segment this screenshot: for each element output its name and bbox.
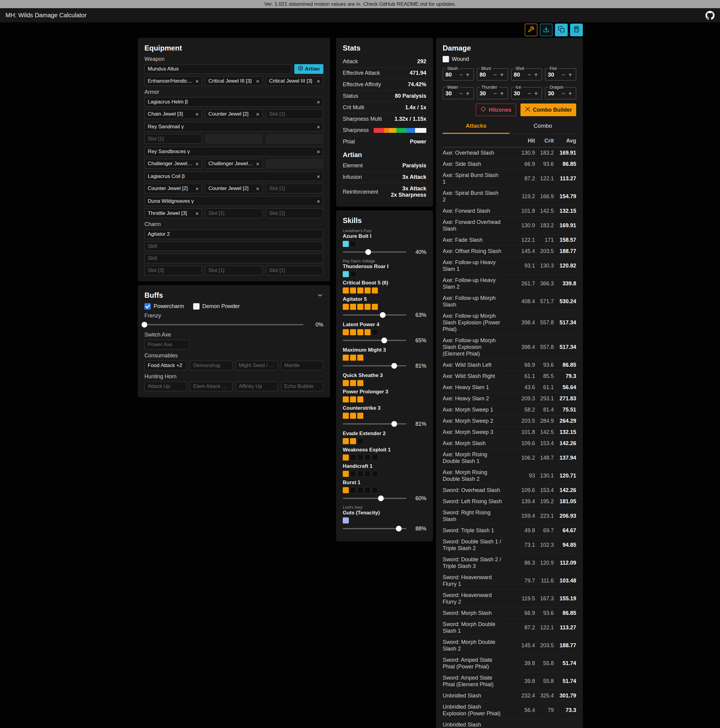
element-value[interactable]: 80 [479,72,492,78]
decrement-button[interactable]: − [526,72,533,78]
charm-skill-input[interactable]: Skill [144,242,323,251]
armor-piece-input[interactable]: Rey Sandmail γ× [144,122,323,132]
element-value[interactable]: 30 [548,90,560,97]
slider-thumb[interactable] [142,322,147,328]
empty-slot-input[interactable]: Slot [1] [266,266,323,275]
skill-slider[interactable] [343,340,406,341]
close-icon[interactable]: × [317,124,320,130]
element-value[interactable]: 80 [446,72,458,78]
increment-button[interactable]: + [499,90,506,96]
hunting-horn-input[interactable]: Echo Bubble [281,382,323,391]
skill-slider[interactable] [343,251,406,252]
consumable-input[interactable]: Might Seed / Pill [236,361,278,370]
close-icon[interactable]: × [256,78,259,84]
hitzones-button[interactable]: Hitzones [476,104,516,116]
wound-checkbox-box[interactable] [443,56,449,62]
copy-button[interactable] [555,24,568,36]
hunting-horn-input[interactable]: Attack Up [144,382,187,391]
artian-button[interactable]: Artian [294,64,323,74]
jewel-chip[interactable]: Chain Jewel [3]× [144,109,202,119]
jewel-chip[interactable]: Enhancer/Handicraft Jwl ...× [144,76,202,86]
slider-thumb[interactable] [380,312,386,318]
checkbox-box[interactable] [193,303,199,309]
wound-checkbox[interactable]: Wound [443,56,469,62]
empty-slot-input[interactable]: Slot [1] [266,184,323,193]
increment-button[interactable]: + [533,90,539,96]
empty-slot-input[interactable]: Slot [1] [144,134,202,144]
element-value[interactable]: 80 [514,72,526,78]
decrement-button[interactable]: − [458,72,464,78]
empty-slot-input[interactable]: Slot [1] [266,208,323,218]
close-icon[interactable]: × [195,211,199,216]
charm-skill-input[interactable]: Skill [144,254,323,263]
element-value[interactable]: 30 [479,90,492,97]
empty-slot-input[interactable]: Slot [3] [144,266,202,275]
increment-button[interactable]: + [533,72,539,78]
jewel-chip[interactable]: Challenger Jewel [3]× [205,159,262,168]
weapon-input[interactable]: Mundus Altus [144,64,291,74]
slider-thumb[interactable] [378,496,384,502]
skill-slider[interactable] [343,498,406,499]
tab-combo[interactable]: Combo [510,119,576,134]
github-icon[interactable] [705,11,715,20]
slider-thumb[interactable] [381,338,387,343]
hunting-horn-input[interactable]: Elem Attack Boost [190,382,232,391]
consumable-input[interactable]: Demondrug [190,361,232,370]
close-icon[interactable]: × [317,99,320,105]
decrement-button[interactable]: − [560,90,567,96]
download-button[interactable] [540,24,553,36]
element-value[interactable]: 30 [514,90,526,97]
jewel-chip[interactable]: Counter Jewel [2]× [144,184,202,193]
element-value[interactable]: 30 [548,72,560,78]
hunting-horn-input[interactable]: Affinity Up [236,382,278,391]
jewel-chip[interactable]: Critical Jewel III [3]× [205,76,262,86]
close-icon[interactable]: × [317,199,320,204]
buff-checkbox-demon-powder[interactable]: Demon Powder [193,303,240,309]
consumable-input[interactable]: Food Attack +2 [144,361,187,370]
calculator-button[interactable] [570,24,583,36]
armor-piece-input[interactable]: Rey Sandbraces γ× [144,147,323,156]
slider-thumb[interactable] [396,526,401,532]
combo-builder-button[interactable]: Combo Builder [521,104,576,116]
empty-slot-input[interactable]: Slot [1] [205,208,262,218]
decrement-button[interactable]: − [492,72,499,78]
close-icon[interactable]: × [195,161,199,167]
empty-slot-input[interactable]: Slot [1] [266,109,323,119]
close-icon[interactable]: × [256,161,259,167]
slider-thumb[interactable] [365,249,371,255]
close-icon[interactable]: × [195,186,199,191]
checkbox-box[interactable] [144,303,151,309]
increment-button[interactable]: + [567,90,573,96]
skill-slider[interactable] [343,528,406,529]
armor-piece-input[interactable]: Lagiacrus Helm β× [144,97,323,107]
chevron-down-icon[interactable] [317,292,323,299]
skill-slider[interactable] [343,314,406,316]
empty-slot-input[interactable]: Slot [1] [205,266,262,275]
close-icon[interactable]: × [195,112,199,117]
increment-button[interactable]: + [464,72,471,78]
tab-attacks[interactable]: Attacks [443,119,510,134]
settings-wrench-button[interactable] [525,24,538,36]
element-value[interactable]: 30 [446,90,458,97]
skill-slider[interactable] [343,423,406,425]
increment-button[interactable]: + [567,72,573,78]
skill-slider[interactable] [343,365,406,366]
jewel-chip[interactable]: Critical Jewel III [3]× [266,76,323,86]
slider-thumb[interactable] [392,421,397,427]
buff-checkbox-powercharm[interactable]: Powercharm [144,303,184,309]
frenzy-slider[interactable] [144,324,303,325]
jewel-chip[interactable]: Throttle Jewel [3]× [144,208,202,218]
close-icon[interactable]: × [195,78,199,84]
increment-button[interactable]: + [499,72,506,78]
jewel-chip[interactable]: Challenger Jewel [3]× [144,159,202,168]
increment-button[interactable]: + [464,90,471,96]
decrement-button[interactable]: − [458,90,464,96]
close-icon[interactable]: × [317,149,320,154]
close-icon[interactable]: × [256,186,259,191]
close-icon[interactable]: × [317,174,320,179]
decrement-button[interactable]: − [492,90,499,96]
decrement-button[interactable]: − [560,72,567,78]
armor-piece-input[interactable]: Duna Wildgreaves γ× [144,196,323,206]
armor-piece-input[interactable]: Lagiacrus Coil β× [144,171,323,181]
close-icon[interactable]: × [256,112,259,117]
